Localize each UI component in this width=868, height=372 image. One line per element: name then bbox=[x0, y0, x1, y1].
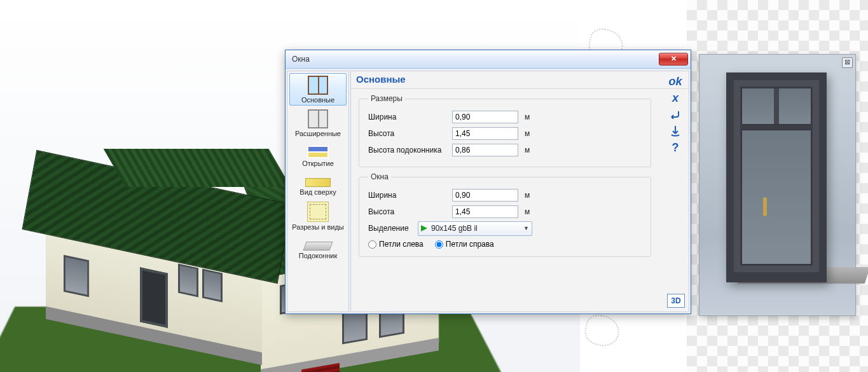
preview-window-3d[interactable] bbox=[726, 72, 827, 282]
dialog-action-column: ok x ? bbox=[665, 74, 686, 155]
house-window bbox=[202, 269, 223, 303]
hinge-right-option[interactable]: Петли справа bbox=[435, 240, 494, 249]
topview-icon bbox=[305, 178, 331, 187]
house-window bbox=[178, 264, 198, 298]
hinge-right-radio[interactable] bbox=[435, 240, 443, 249]
nav-item-extended[interactable]: Расширенные bbox=[289, 107, 347, 139]
dialog-body: Основные Расширенные Открытие Вид сверху… bbox=[286, 69, 691, 313]
sill-height-input[interactable] bbox=[452, 144, 518, 156]
nav-label: Открытие bbox=[291, 160, 345, 167]
sill-height-label: Высота подоконника bbox=[368, 146, 452, 155]
height-input[interactable] bbox=[452, 127, 518, 140]
anchor-icon bbox=[670, 125, 680, 137]
window-height-input[interactable] bbox=[452, 205, 518, 218]
cancel-button[interactable]: x bbox=[666, 90, 685, 106]
window-width-input[interactable] bbox=[452, 189, 518, 202]
nav-item-sill[interactable]: Подоконник bbox=[289, 234, 347, 261]
preview-glass-bottom bbox=[741, 130, 811, 265]
nav-item-opening[interactable]: Открытие bbox=[289, 141, 347, 169]
nav-item-sections[interactable]: Разрезы и виды bbox=[289, 199, 347, 233]
row-window-width: Ширина м bbox=[368, 188, 642, 203]
hinge-left-radio[interactable] bbox=[368, 240, 376, 249]
window-group: Окна Ширина м Высота м Выделение 90x145 … bbox=[359, 172, 651, 257]
opening-icon bbox=[307, 146, 329, 158]
panel-title: Основные bbox=[351, 71, 689, 89]
nav-label: Основные bbox=[291, 96, 345, 104]
selection-dropdown[interactable]: 90x145 gbB il ▼ bbox=[418, 221, 532, 236]
nav-label: Разрезы и виды bbox=[291, 223, 345, 231]
hinge-right-label: Петли справа bbox=[446, 240, 494, 249]
plan-sketch-bottom bbox=[582, 312, 623, 349]
selection-value: 90x145 gbB il bbox=[431, 224, 520, 233]
house-roof-ridge bbox=[104, 149, 291, 187]
height-label: Высота bbox=[368, 129, 452, 138]
dialog-main-panel: Основные ok x ? Размеры bbox=[350, 71, 689, 312]
hinge-left-option[interactable]: Петли слева bbox=[368, 240, 424, 249]
arrow-right-icon bbox=[421, 225, 427, 231]
unit-label: м bbox=[525, 129, 530, 138]
preview-panel: ⊠ bbox=[699, 54, 856, 316]
window-height-label: Высота bbox=[368, 207, 452, 216]
unit-label: м bbox=[525, 191, 530, 200]
width-label: Ширина bbox=[368, 113, 452, 121]
window-legend: Окна bbox=[368, 172, 391, 181]
save-button[interactable] bbox=[666, 123, 685, 139]
unit-label: м bbox=[525, 146, 530, 155]
window-width-label: Ширина bbox=[368, 191, 452, 200]
window-main-icon bbox=[308, 76, 328, 95]
ok-button[interactable]: ok bbox=[666, 74, 685, 89]
nav-item-basic[interactable]: Основные bbox=[289, 73, 347, 106]
preview-handle bbox=[763, 197, 767, 216]
unit-label: м bbox=[525, 113, 530, 121]
view-mode-badge[interactable]: 3D bbox=[667, 294, 685, 308]
window-ext-icon bbox=[308, 109, 328, 128]
row-width: Ширина м bbox=[368, 109, 642, 125]
selection-label: Выделение bbox=[368, 224, 418, 233]
row-sill-height: Высота подоконника м bbox=[368, 142, 642, 158]
help-button[interactable]: ? bbox=[666, 140, 685, 155]
dimensions-group: Размеры Ширина м Высота м Высота подокон… bbox=[359, 94, 651, 167]
house-window bbox=[64, 255, 89, 298]
dialog-sidenav: Основные Расширенные Открытие Вид сверху… bbox=[287, 71, 349, 312]
nav-label: Расширенные bbox=[291, 130, 345, 137]
unit-label: м bbox=[525, 207, 530, 216]
preview-close-button[interactable]: ⊠ bbox=[842, 57, 853, 68]
undo-button[interactable] bbox=[666, 107, 685, 122]
nav-label: Подоконник bbox=[291, 252, 345, 259]
row-selection: Выделение 90x145 gbB il ▼ bbox=[368, 221, 642, 236]
sill-icon bbox=[303, 242, 333, 251]
preview-glass-top bbox=[741, 88, 811, 125]
width-input[interactable] bbox=[452, 111, 518, 123]
nav-label: Вид сверху bbox=[291, 188, 345, 196]
dialog-title: Окна bbox=[292, 55, 659, 64]
window-properties-dialog: Окна ✕ Основные Расширенные Открытие Вид… bbox=[285, 50, 691, 314]
dialog-titlebar[interactable]: Окна ✕ bbox=[286, 50, 691, 69]
row-window-height: Высота м bbox=[368, 204, 642, 219]
house-door bbox=[140, 267, 168, 327]
hinge-left-label: Петли слева bbox=[379, 240, 424, 249]
row-height: Высота м bbox=[368, 126, 642, 141]
undo-icon bbox=[670, 110, 681, 119]
dimensions-legend: Размеры bbox=[368, 94, 405, 103]
dialog-close-button[interactable]: ✕ bbox=[659, 53, 688, 65]
hinge-side-row: Петли слева Петли справа bbox=[368, 240, 642, 249]
sections-icon bbox=[307, 202, 329, 222]
nav-item-topview[interactable]: Вид сверху bbox=[289, 170, 347, 198]
chevron-down-icon: ▼ bbox=[523, 225, 529, 231]
